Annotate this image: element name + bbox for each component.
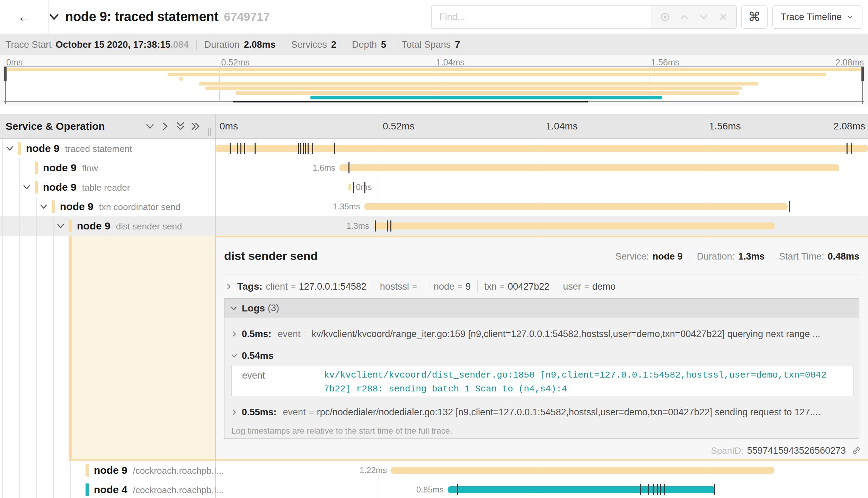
chevron-right-icon xyxy=(230,408,238,416)
indent-guide xyxy=(70,480,71,498)
collapse-all-icon[interactable] xyxy=(174,120,187,133)
indent-guide xyxy=(53,461,54,480)
log-timestamp: 0.54ms xyxy=(242,351,274,361)
timeline-row[interactable]: node 9/cockroach.roachpb.I...1.22ms xyxy=(0,461,868,480)
expander-icon[interactable] xyxy=(20,181,33,193)
tag-divider xyxy=(373,281,373,292)
timeline-row[interactable]: node 9txn coordinator send1.35ms xyxy=(0,197,868,216)
tag-pill[interactable]: node=9 xyxy=(434,281,471,292)
log-marker-tick xyxy=(660,484,661,495)
service-name: node 9 xyxy=(26,143,60,154)
duration-label: 1.22ms xyxy=(360,461,387,480)
clear-find-icon[interactable] xyxy=(717,11,729,23)
log-marker-tick xyxy=(640,484,641,495)
equals-sign: = xyxy=(458,282,462,291)
indent-guide xyxy=(19,236,20,461)
meta-label: Start Time: xyxy=(779,251,824,262)
keyboard-shortcuts-button[interactable]: ⌘ xyxy=(741,5,768,29)
minimap-scrubber[interactable] xyxy=(233,101,588,102)
prev-result-icon[interactable] xyxy=(678,11,691,23)
minimap-span-bar xyxy=(205,87,742,90)
equals-sign: = xyxy=(500,282,505,291)
log-marker-tick xyxy=(851,143,852,154)
summary-divider xyxy=(283,39,283,50)
span-id-label: SpanID: xyxy=(711,445,744,456)
timeline-row[interactable]: node 9table reader0ms xyxy=(0,178,868,197)
log-marker-tick xyxy=(308,143,309,154)
span-bar[interactable] xyxy=(348,184,351,191)
expander-icon[interactable] xyxy=(37,200,50,213)
minimap-span-bar xyxy=(168,73,826,76)
log-entry[interactable]: 0.5ms: event = kv/kvclient/kvcoord/range… xyxy=(224,324,856,344)
operation-name: /cockroach.roachpb.I... xyxy=(133,485,224,495)
span-id-row: SpanID: 5597415943526560273 xyxy=(711,445,862,456)
trace-view-select[interactable]: Trace Timeline xyxy=(772,5,862,29)
log-entry[interactable]: 0.55ms: event = rpc/nodedialer/nodediale… xyxy=(224,402,856,422)
log-marker-tick xyxy=(789,201,790,212)
tags-accordion[interactable]: Tags: client=127.0.0.1:54582hostssl=node… xyxy=(224,278,615,295)
log-marker-tick xyxy=(334,143,335,154)
span-bar[interactable] xyxy=(339,164,839,171)
span-bar[interactable] xyxy=(215,145,868,152)
expander-icon[interactable] xyxy=(54,220,67,232)
timeline-row[interactable]: node 9flow1.6ms xyxy=(0,158,868,178)
tag-key: hostssl xyxy=(380,281,409,292)
detail-row-bottom-border xyxy=(69,459,216,461)
timeline-row[interactable]: node 9traced statement xyxy=(0,139,868,158)
duration-label: 1.35ms xyxy=(333,197,360,216)
expand-one-icon[interactable] xyxy=(159,120,171,133)
minimap-span-bar xyxy=(236,91,739,95)
logs-header[interactable]: Logs (3) xyxy=(224,299,859,318)
tick-label: 1.04ms xyxy=(546,114,578,138)
tag-value: 9 xyxy=(466,281,471,292)
panel-divider[interactable] xyxy=(215,114,216,498)
deep-link-icon[interactable] xyxy=(851,445,862,456)
minimap-span-bar xyxy=(199,82,758,85)
span-bar[interactable] xyxy=(364,203,788,210)
log-marker-tick xyxy=(298,143,299,154)
equals-sign: = xyxy=(584,282,589,291)
expander-icon[interactable] xyxy=(3,142,16,155)
log-timestamp: 0.5ms: xyxy=(242,329,272,339)
span-name-wrap: node 4/cockroach.roachpb.I... xyxy=(94,480,224,498)
minimap-range-handle-grab[interactable] xyxy=(4,67,7,81)
locate-icon[interactable] xyxy=(659,11,671,23)
collapse-one-icon[interactable] xyxy=(144,120,156,133)
minimap-canvas[interactable] xyxy=(4,66,864,102)
expand-all-icon[interactable] xyxy=(189,120,202,133)
timeline-row[interactable]: node 4/cockroach.roachpb.I...0.85ms xyxy=(0,480,868,498)
timeline-gridline xyxy=(542,114,542,138)
back-arrow-icon: ← xyxy=(17,9,31,25)
meta-value: node 9 xyxy=(653,251,683,262)
summary-value: 2.08ms xyxy=(244,39,276,50)
operation-name: dist sender send xyxy=(116,221,182,232)
log-entry-expanded-header[interactable]: 0.54ms xyxy=(224,347,856,364)
tag-pill[interactable]: user=demo xyxy=(563,281,615,292)
service-operation-header: Service & Operation xyxy=(6,114,105,138)
indent-guide xyxy=(36,216,37,236)
span-bar[interactable] xyxy=(391,467,774,474)
tag-pill[interactable]: txn=00427b22 xyxy=(484,281,549,292)
span-bar[interactable] xyxy=(373,223,775,229)
find-input[interactable] xyxy=(432,6,652,28)
operation-name: txn coordinator send xyxy=(99,202,181,212)
tags-list: client=127.0.0.1:54582hostssl=node=9txn=… xyxy=(266,281,616,292)
log-field-key: event xyxy=(283,407,306,418)
command-icon: ⌘ xyxy=(748,10,761,24)
minimap-range-handle-grab[interactable] xyxy=(861,67,864,81)
log-marker-tick xyxy=(303,143,304,154)
chevron-down-icon[interactable] xyxy=(46,9,62,25)
meta-divider xyxy=(690,252,690,262)
span-id-value: 5597415943526560273 xyxy=(747,445,846,456)
column-resizer-grip[interactable] xyxy=(208,128,212,136)
timeline-row[interactable]: node 9dist sender send1.3ms xyxy=(0,216,868,236)
back-button[interactable]: ← xyxy=(0,0,49,34)
span-color-bar xyxy=(86,483,89,496)
span-bar[interactable] xyxy=(448,486,715,493)
tag-pill[interactable]: hostssl= xyxy=(380,281,420,292)
tag-pill[interactable]: client=127.0.0.1:54582 xyxy=(266,281,366,292)
next-result-icon[interactable] xyxy=(698,11,710,23)
span-color-bar xyxy=(69,220,72,232)
summary-value: 5 xyxy=(381,39,386,50)
log-marker-tick xyxy=(375,220,376,232)
